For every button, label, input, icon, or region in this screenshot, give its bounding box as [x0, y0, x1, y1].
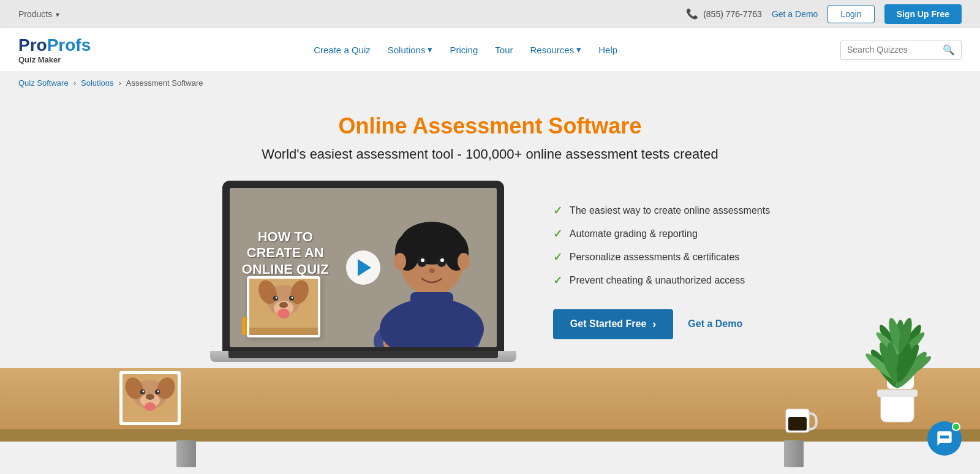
feature-4: ✓ Prevent cheating & unauthorized access — [553, 274, 770, 287]
signup-button[interactable]: Sign Up Free — [884, 4, 962, 24]
svg-rect-50 — [881, 393, 914, 422]
top-bar-right: 📞 (855) 776-7763 Get a Demo Login Sign U… — [686, 4, 962, 24]
laptop-keyboard — [228, 351, 498, 358]
nav-tour[interactable]: Tour — [495, 45, 513, 55]
feature-text-3: Personalize assessments & certificates — [570, 252, 739, 263]
nav-create-quiz[interactable]: Create a Quiz — [314, 45, 371, 55]
feature-2: ✓ Automate grading & reporting — [553, 227, 770, 241]
svg-rect-51 — [877, 389, 918, 397]
svg-point-5 — [279, 302, 288, 308]
main-nav: ProProfs Quiz Maker Create a Quiz Soluti… — [0, 28, 980, 71]
nav-help[interactable]: Help — [598, 45, 617, 55]
feature-text-1: The easiest way to create online assessm… — [570, 205, 770, 216]
svg-point-59 — [145, 402, 156, 411]
search-icon: 🔍 — [943, 44, 955, 56]
laptop-area: HOW TO CREATE AN ONLINE QUIZ With Deep — [210, 181, 516, 362]
nav-links: Create a Quiz Solutions ▾ Pricing Tour R… — [115, 44, 816, 55]
feature-3: ✓ Personalize assessments & certificates — [553, 250, 770, 264]
svg-point-22 — [394, 253, 406, 270]
get-demo-cta[interactable]: Get a Demo — [688, 318, 742, 329]
play-button[interactable] — [346, 250, 380, 285]
products-label: Products — [18, 9, 52, 19]
phone-icon: 📞 — [686, 8, 698, 20]
solutions-chevron: ▾ — [428, 44, 432, 55]
svg-point-62 — [143, 391, 145, 393]
check-icon-4: ✓ — [553, 274, 562, 287]
hero-section: Online Assessment Software World's easie… — [0, 95, 980, 362]
dog-photo-on-desk — [119, 371, 181, 427]
products-chevron — [56, 9, 59, 19]
svg-rect-41 — [788, 417, 807, 431]
get-demo-link[interactable]: Get a Demo — [772, 9, 818, 19]
dog-image — [249, 279, 318, 335]
svg-point-26 — [421, 258, 424, 262]
arrow-icon: › — [652, 318, 656, 331]
check-icon-2: ✓ — [553, 227, 562, 241]
feature-1: ✓ The easiest way to create online asses… — [553, 204, 770, 217]
products-menu[interactable]: Products — [18, 9, 59, 19]
breadcrumb-current: Assessment Software — [126, 78, 203, 88]
desk-scene — [0, 368, 980, 466]
chat-button[interactable] — [927, 421, 962, 456]
logo-quiz: Quiz Maker — [18, 55, 61, 64]
hero-title: Online Assessment Software — [0, 113, 980, 139]
check-icon-1: ✓ — [553, 204, 562, 217]
svg-point-23 — [458, 253, 470, 270]
svg-point-27 — [440, 258, 444, 262]
logo[interactable]: ProProfs Quiz Maker — [18, 36, 91, 64]
hero: Online Assessment Software World's easie… — [0, 95, 980, 362]
laptop-base — [210, 351, 516, 362]
breadcrumb-solutions[interactable]: Solutions — [81, 78, 113, 88]
feature-text-2: Automate grading & reporting — [570, 228, 698, 239]
breadcrumb: Quiz Software › Solutions › Assessment S… — [0, 71, 980, 95]
plant-on-desk — [864, 331, 931, 426]
hero-content: HOW TO CREATE AN ONLINE QUIZ With Deep — [0, 181, 980, 362]
svg-point-63 — [157, 391, 159, 393]
check-icon-3: ✓ — [553, 250, 562, 264]
coffee-mug — [781, 400, 818, 439]
feature-text-4: Prevent cheating & unauthorized access — [570, 275, 745, 286]
phone-number: (855) 776-7763 — [703, 9, 762, 19]
nav-resources[interactable]: Resources ▾ — [530, 44, 582, 55]
search-box[interactable]: 🔍 — [840, 40, 962, 60]
login-button[interactable]: Login — [827, 5, 874, 23]
svg-point-28 — [429, 268, 435, 273]
video-text: HOW TO CREATE AN ONLINE QUIZ — [242, 229, 329, 277]
search-input[interactable] — [847, 45, 939, 55]
svg-point-9 — [275, 297, 277, 299]
logo-pro: Pro — [18, 36, 47, 55]
svg-point-6 — [277, 309, 290, 318]
cta-area: Get Started Free › Get a Demo — [553, 309, 770, 339]
chat-online-indicator — [952, 423, 960, 431]
hero-subtitle: World's easiest assessment tool - 100,00… — [0, 146, 980, 162]
nav-pricing[interactable]: Pricing — [450, 45, 478, 55]
phone-area: 📞 (855) 776-7763 — [686, 8, 762, 20]
dog-frame — [247, 276, 320, 337]
get-started-button[interactable]: Get Started Free › — [553, 309, 673, 339]
nav-solutions[interactable]: Solutions ▾ — [388, 44, 433, 55]
svg-point-58 — [146, 394, 154, 400]
svg-rect-11 — [249, 328, 318, 335]
svg-point-10 — [291, 297, 293, 299]
features-area: ✓ The easiest way to create online asses… — [553, 204, 770, 339]
play-icon — [358, 259, 371, 276]
top-bar: Products 📞 (855) 776-7763 Get a Demo Log… — [0, 0, 980, 28]
breadcrumb-quiz-software[interactable]: Quiz Software — [18, 78, 69, 88]
resources-chevron: ▾ — [576, 44, 581, 55]
logo-profs: Profs — [47, 36, 91, 55]
